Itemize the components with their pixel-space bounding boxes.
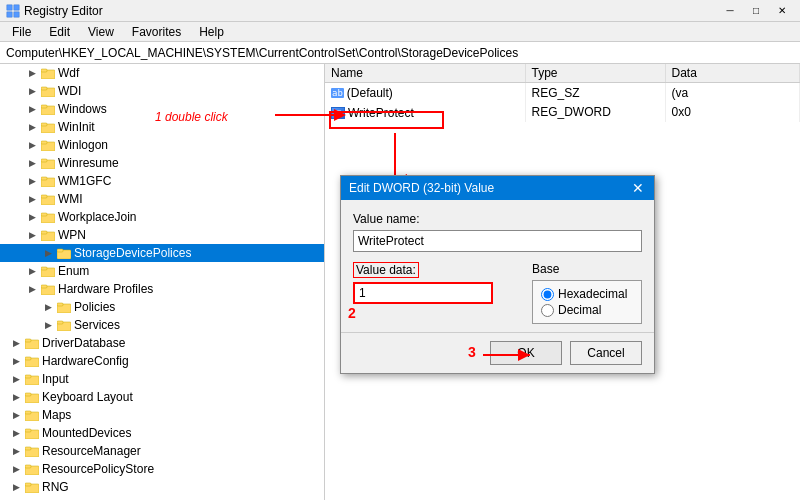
decimal-radio[interactable] xyxy=(541,304,554,317)
expand-btn[interactable] xyxy=(26,67,38,79)
tree-item[interactable]: Maps xyxy=(0,406,324,424)
expand-btn[interactable] xyxy=(42,301,54,313)
cell-type: REG_SZ xyxy=(525,83,665,103)
minimize-button[interactable]: ─ xyxy=(718,3,742,19)
svg-rect-3 xyxy=(14,11,19,16)
tree-item[interactable]: Windows xyxy=(0,100,324,118)
expand-btn[interactable] xyxy=(10,481,22,493)
expand-btn[interactable] xyxy=(10,409,22,421)
expand-btn[interactable] xyxy=(10,355,22,367)
tree-item-label: WMI xyxy=(58,192,83,206)
expand-btn[interactable] xyxy=(26,175,38,187)
tree-item[interactable]: RNG xyxy=(0,478,324,496)
close-button[interactable]: ✕ xyxy=(770,3,794,19)
ok-button[interactable]: OK xyxy=(490,341,562,365)
expand-btn[interactable] xyxy=(26,157,38,169)
tree-item[interactable]: Services xyxy=(0,316,324,334)
tree-item[interactable]: WM1GFC xyxy=(0,172,324,190)
tree-item[interactable]: WDI xyxy=(0,82,324,100)
expand-btn[interactable] xyxy=(26,193,38,205)
expand-btn[interactable] xyxy=(10,445,22,457)
svg-rect-9 xyxy=(41,105,47,108)
menu-help[interactable]: Help xyxy=(191,23,232,41)
tree-item[interactable]: StorageDevicePolices xyxy=(0,244,324,262)
svg-rect-21 xyxy=(41,213,47,216)
col-type: Type xyxy=(525,64,665,83)
expand-btn[interactable] xyxy=(10,373,22,385)
tree-item[interactable]: Hardware Profiles xyxy=(0,280,324,298)
value-name-input[interactable] xyxy=(353,230,642,252)
title-bar: Registry Editor ─ □ ✕ xyxy=(0,0,800,22)
menu-edit[interactable]: Edit xyxy=(41,23,78,41)
svg-rect-41 xyxy=(25,393,31,396)
svg-rect-15 xyxy=(41,159,47,162)
expand-btn[interactable] xyxy=(26,103,38,115)
expand-btn[interactable] xyxy=(42,319,54,331)
edit-dword-dialog[interactable]: Edit DWORD (32-bit) Value ✕ Value name: … xyxy=(340,175,655,374)
tree-item[interactable]: WMI xyxy=(0,190,324,208)
expand-btn[interactable] xyxy=(26,211,38,223)
tree-item[interactable]: Wdf xyxy=(0,64,324,82)
expand-btn[interactable] xyxy=(26,139,38,151)
folder-icon xyxy=(24,372,40,386)
svg-rect-0 xyxy=(7,4,12,9)
tree-item[interactable]: Keyboard Layout xyxy=(0,388,324,406)
table-row[interactable]: ab (Default) REG_SZ(va xyxy=(325,83,800,103)
expand-btn[interactable] xyxy=(26,229,38,241)
folder-icon xyxy=(56,246,72,260)
svg-rect-13 xyxy=(41,141,47,144)
expand-btn[interactable] xyxy=(42,247,54,259)
tree-item[interactable]: HardwareConfig xyxy=(0,352,324,370)
tree-item[interactable]: WPN xyxy=(0,226,324,244)
folder-icon xyxy=(40,102,56,116)
svg-rect-23 xyxy=(41,231,47,234)
tree-item-label: Windows xyxy=(58,102,107,116)
menu-favorites[interactable]: Favorites xyxy=(124,23,189,41)
window-controls: ─ □ ✕ xyxy=(718,3,794,19)
tree-item-label: Winlogon xyxy=(58,138,108,152)
cell-name: ab (Default) xyxy=(325,83,525,103)
col-data: Data xyxy=(665,64,800,83)
folder-icon xyxy=(40,84,56,98)
hexadecimal-option[interactable]: Hexadecimal xyxy=(541,287,633,301)
expand-btn[interactable] xyxy=(26,265,38,277)
menu-file[interactable]: File xyxy=(4,23,39,41)
table-row[interactable]: ▦ WriteProtect REG_DWORD0x0 xyxy=(325,102,800,122)
tree-item[interactable]: ResourcePolicyStore xyxy=(0,460,324,478)
expand-btn[interactable] xyxy=(10,427,22,439)
hexadecimal-radio[interactable] xyxy=(541,288,554,301)
expand-btn[interactable] xyxy=(26,283,38,295)
expand-btn[interactable] xyxy=(10,391,22,403)
tree-item[interactable]: Enum xyxy=(0,262,324,280)
value-data-section: Value data: xyxy=(353,262,520,304)
decimal-option[interactable]: Decimal xyxy=(541,303,633,317)
svg-rect-7 xyxy=(41,87,47,90)
tree-item[interactable]: Policies xyxy=(0,298,324,316)
expand-btn[interactable] xyxy=(10,337,22,349)
svg-rect-5 xyxy=(41,69,47,72)
tree-panel[interactable]: Wdf WDI Windows WinInit Winlogon Winresu… xyxy=(0,64,325,500)
tree-item-label: Wdf xyxy=(58,66,79,80)
dialog-close-button[interactable]: ✕ xyxy=(630,180,646,196)
decimal-label: Decimal xyxy=(558,303,601,317)
maximize-button[interactable]: □ xyxy=(744,3,768,19)
svg-rect-31 xyxy=(57,303,63,306)
tree-item[interactable]: DriverDatabase xyxy=(0,334,324,352)
expand-btn[interactable] xyxy=(26,121,38,133)
hexadecimal-label: Hexadecimal xyxy=(558,287,627,301)
value-data-input[interactable] xyxy=(353,282,493,304)
tree-item-label: WorkplaceJoin xyxy=(58,210,136,224)
tree-item[interactable]: MountedDevices xyxy=(0,424,324,442)
tree-item[interactable]: WorkplaceJoin xyxy=(0,208,324,226)
tree-item[interactable]: Winresume xyxy=(0,154,324,172)
expand-btn[interactable] xyxy=(10,463,22,475)
tree-item[interactable]: WinInit xyxy=(0,118,324,136)
tree-item[interactable]: Input xyxy=(0,370,324,388)
svg-rect-2 xyxy=(7,11,12,16)
cancel-button[interactable]: Cancel xyxy=(570,341,642,365)
tree-item[interactable]: Winlogon xyxy=(0,136,324,154)
tree-item[interactable]: ResourceManager xyxy=(0,442,324,460)
svg-rect-25 xyxy=(57,249,63,252)
menu-view[interactable]: View xyxy=(80,23,122,41)
expand-btn[interactable] xyxy=(26,85,38,97)
